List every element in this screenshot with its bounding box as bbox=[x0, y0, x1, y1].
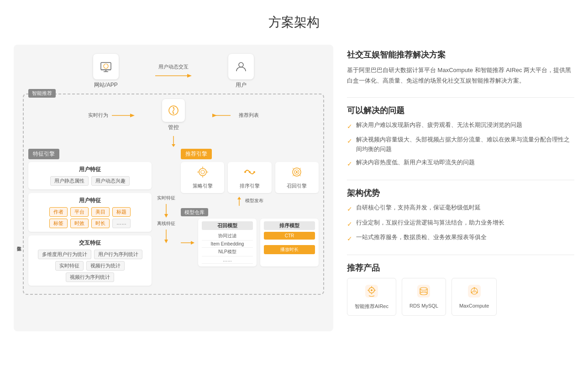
problems-section: 可以解决的问题 ✓ 解决用户难以发现新内容、疲劳观看、无法长期沉浸浏览的问题 ✓… bbox=[347, 105, 574, 169]
svg-line-35 bbox=[293, 175, 294, 176]
recall-icon bbox=[290, 166, 303, 181]
advantage-text-2: 行业定制，互娱行业运营逻辑与算法结合，助力业务增长 bbox=[356, 218, 504, 228]
advantage-item-3: ✓ 一站式推荐服务，数据质检、业务效果报表等俱全 bbox=[347, 233, 574, 244]
svg-marker-16 bbox=[172, 144, 175, 147]
rank-icon bbox=[243, 166, 256, 181]
svg-point-27 bbox=[244, 171, 246, 173]
check-icon-3: ✓ bbox=[347, 159, 352, 169]
interaction-feature-card: 交互特征 多维度用户行为统计 用户行为序列统计 实时特征 视频行为统计 视频行为… bbox=[28, 235, 152, 286]
rds-icon bbox=[416, 284, 431, 300]
website-icon bbox=[93, 54, 119, 79]
svg-point-28 bbox=[249, 171, 251, 173]
check-icon-1: ✓ bbox=[347, 121, 352, 131]
problem-item-2: ✓ 解决视频内容量级大、头部视频占据大部分流量、难以在效果与流量分配合理性之间均… bbox=[347, 135, 574, 154]
tag-title: 标题 bbox=[112, 207, 131, 217]
svg-point-7 bbox=[239, 63, 243, 67]
problem-text-3: 解决内容热度低、新用户未互动即流失的问题 bbox=[356, 158, 475, 167]
rank-item-duration: 播放时长 bbox=[264, 245, 315, 254]
main-content: 网站/APP 用户动态交互 用 bbox=[0, 40, 588, 340]
problem-item-3: ✓ 解决内容热度低、新用户未互动即流失的问题 bbox=[347, 158, 574, 169]
realtime-feature-label: 实时特征 bbox=[157, 195, 175, 201]
product-rds[interactable]: RDS MySQL bbox=[402, 278, 446, 316]
advantages-section: 架构优势 ✓ 自研核心引擎，支持高并发，保证毫秒级低时延 ✓ 行业定制，互娱行业… bbox=[347, 188, 574, 244]
interaction-feature-title: 交互特征 bbox=[33, 239, 147, 247]
interaction-tags-row3: 视频行为序列统计 bbox=[33, 272, 147, 282]
website-label: 网站/APP bbox=[94, 81, 117, 89]
solution-title: 社交互娱智能推荐解决方案 bbox=[347, 49, 574, 60]
control-icon bbox=[162, 99, 185, 122]
problem-text-1: 解决用户难以发现新内容、疲劳观看、无法长期沉浸浏览的问题 bbox=[356, 120, 522, 130]
strategy-engine-box: 策略引擎 bbox=[181, 162, 224, 193]
website-box: 网站/APP bbox=[93, 54, 119, 89]
svg-rect-48 bbox=[417, 285, 430, 298]
recall-item-1: 协同过滤 bbox=[202, 232, 253, 240]
strategy-icon bbox=[196, 166, 209, 181]
tag-multi-behavior: 多维度用户行为统计 bbox=[38, 250, 91, 259]
products-title: 推荐产品 bbox=[347, 262, 574, 273]
advantages-title: 架构优势 bbox=[347, 188, 574, 199]
realtime-behavior-label: 实时行为 bbox=[88, 112, 108, 119]
rank-item-ctr: CTR bbox=[264, 232, 315, 240]
advantage-text-3: 一站式推荐服务，数据质检、业务效果报表等俱全 bbox=[356, 233, 487, 242]
svg-marker-40 bbox=[191, 241, 194, 245]
user-feature-card2: 用户特征 作者 平台 美目 标题 标签 时效 时长 …… bbox=[28, 193, 152, 232]
solution-desc: 基于阿里巴巴自研大数据计算平台 MaxCompute 和智能推荐 AIRec 两… bbox=[347, 65, 574, 86]
user-label: 用户 bbox=[236, 81, 247, 89]
svg-point-29 bbox=[253, 171, 255, 173]
tag-label: 标签 bbox=[49, 219, 68, 228]
user-feature-card1: 用户特征 用户静态属性 用户动态兴趣 bbox=[28, 162, 152, 189]
problems-title: 可以解决的问题 bbox=[347, 105, 574, 116]
right-content: 社交互娱智能推荐解决方案 基于阿里巴巴自研大数据计算平台 MaxCompute … bbox=[347, 45, 574, 331]
svg-point-12 bbox=[173, 113, 174, 114]
recall-engine-label: 召回引擎 bbox=[287, 183, 307, 189]
user-feature-title2: 用户特征 bbox=[33, 197, 147, 204]
svg-line-34 bbox=[299, 168, 301, 169]
svg-point-22 bbox=[201, 170, 205, 174]
solution-section: 社交互娱智能推荐解决方案 基于阿里巴巴自研大数据计算平台 MaxCompute … bbox=[347, 49, 574, 86]
user-feature-tags1: 用户静态属性 用户动态兴趣 bbox=[33, 176, 147, 186]
product-maxcompute[interactable]: MaxCompute bbox=[452, 278, 497, 316]
product-airec[interactable]: 智能推荐AIRec bbox=[347, 278, 396, 316]
user-icon bbox=[228, 54, 254, 79]
tag-video-behavior: 视频行为统计 bbox=[86, 261, 125, 271]
rec-icons-row: 策略引擎 排序引擎 bbox=[181, 162, 319, 193]
control-row: 实时行为 管 bbox=[28, 99, 319, 131]
model-warehouse: 模型仓库 数据集 bbox=[181, 208, 319, 266]
airec-label: 智能推荐AIRec bbox=[355, 303, 388, 310]
svg-marker-6 bbox=[187, 74, 192, 78]
tag-user-seq: 用户行为序列统计 bbox=[94, 250, 142, 259]
svg-line-36 bbox=[299, 175, 301, 176]
recommend-list-label: 推荐列表 bbox=[239, 112, 259, 119]
user-feature-tags2: 作者 平台 美目 标题 bbox=[33, 207, 147, 217]
svg-point-32 bbox=[296, 171, 298, 173]
svg-marker-18 bbox=[164, 214, 168, 218]
check-icon-5: ✓ bbox=[347, 219, 352, 229]
user-dynamic-label: 用户动态交互 bbox=[158, 63, 189, 70]
svg-point-1 bbox=[104, 64, 108, 68]
tag-duration: 时长 bbox=[91, 219, 110, 228]
smart-recommend-box: 智能推荐 实时行为 bbox=[23, 94, 324, 295]
tag-realtime: 实时特征 bbox=[55, 261, 84, 271]
check-icon-2: ✓ bbox=[347, 136, 352, 146]
tag-more1: …… bbox=[112, 219, 131, 228]
user-feature-title1: 用户特征 bbox=[33, 166, 147, 173]
rds-label: RDS MySQL bbox=[410, 303, 438, 308]
svg-point-43 bbox=[371, 289, 373, 291]
dynamic-interest-tag: 用户动态兴趣 bbox=[91, 176, 130, 186]
feature-engine-label: 特征引擎 bbox=[28, 149, 59, 159]
page-title: 方案架构 bbox=[0, 0, 588, 40]
products-section: 推荐产品 智 bbox=[347, 262, 574, 316]
svg-point-55 bbox=[473, 290, 476, 293]
problem-text-2: 解决视频内容量级大、头部视频占据大部分流量、难以在效果与流量分配合理性之间均衡的… bbox=[356, 135, 574, 154]
svg-point-11 bbox=[173, 107, 174, 109]
interaction-tags-row2: 实时特征 视频行为统计 bbox=[33, 261, 147, 271]
maxcompute-label: MaxCompute bbox=[459, 303, 489, 308]
svg-marker-14 bbox=[212, 114, 217, 117]
tag-platform: 平台 bbox=[70, 207, 89, 217]
interaction-tags-row1: 多维度用户行为统计 用户行为序列统计 bbox=[33, 250, 147, 259]
strategy-engine-label: 策略引擎 bbox=[193, 183, 213, 189]
svg-marker-38 bbox=[237, 197, 241, 199]
tag-video-seq: 视频行为序列统计 bbox=[66, 272, 114, 282]
svg-line-33 bbox=[293, 168, 294, 169]
tag-beauty: 美目 bbox=[91, 207, 110, 217]
